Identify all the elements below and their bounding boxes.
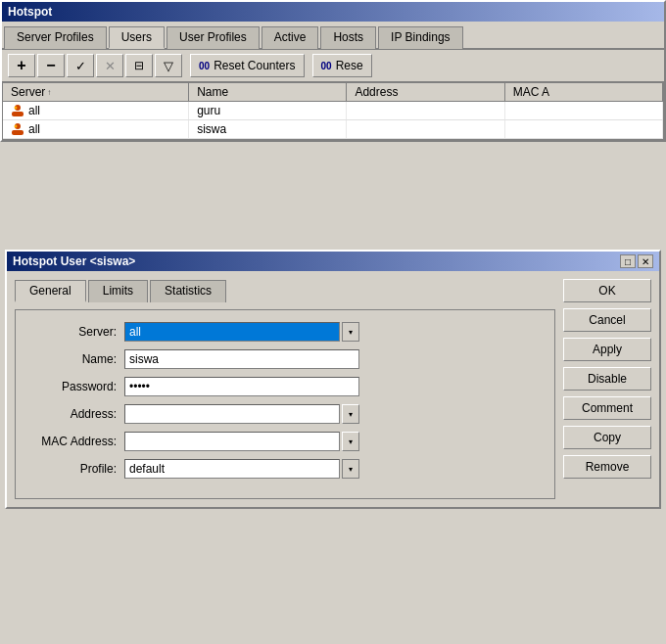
address-dropdown-icon: ▾ (349, 410, 353, 419)
mac-dropdown-icon: ▾ (349, 437, 353, 446)
dialog-tab-limits[interactable]: Limits (88, 280, 148, 302)
reset-counters-1-label: Reset Counters (214, 59, 295, 72)
col-server: Server ↑ (3, 83, 189, 101)
check-button[interactable]: ✓ (67, 54, 94, 77)
mac-address-row: MAC Address: ▾ (24, 432, 547, 451)
counter-icon-1: 00 (199, 61, 210, 71)
check-icon: ✓ (75, 59, 86, 73)
main-window: Hotspot Server Profiles Users User Profi… (0, 0, 666, 142)
svg-point-5 (15, 125, 18, 128)
dialog-tab-general[interactable]: General (15, 280, 86, 302)
reset-counters-2-button[interactable]: 00 Rese (312, 54, 372, 77)
add-icon: + (17, 57, 25, 74)
cell-address (347, 120, 504, 138)
cell-name: siswa (189, 120, 347, 138)
address-input[interactable] (124, 404, 340, 424)
reset-counters-2-label: Rese (336, 59, 363, 72)
dialog-close-button[interactable]: ✕ (638, 254, 653, 268)
tab-user-profiles[interactable]: User Profiles (166, 26, 260, 49)
profile-label: Profile: (24, 462, 117, 476)
filter-icon: ▽ (164, 59, 173, 73)
table-header: Server ↑ Name Address MAC A (3, 83, 663, 102)
copy-button[interactable]: Copy (563, 426, 651, 449)
password-label: Password: (24, 380, 117, 393)
address-label: Address: (24, 407, 117, 421)
cell-server: all (3, 102, 189, 119)
sort-arrow: ↑ (47, 88, 51, 97)
col-name: Name (189, 83, 347, 101)
tab-server-profiles[interactable]: Server Profiles (4, 26, 107, 49)
col-mac: MAC A (505, 83, 663, 101)
dialog-content: General Limits Statistics Server: ▾ (7, 271, 659, 507)
server-dropdown-button[interactable]: ▾ (342, 322, 359, 342)
users-table: Server ↑ Name Address MAC A all guru (2, 82, 664, 140)
cell-name: guru (189, 102, 347, 119)
apply-button[interactable]: Apply (563, 338, 651, 361)
cell-server: all (3, 120, 189, 138)
counter-icon-2: 00 (321, 61, 332, 71)
cell-address (347, 102, 504, 119)
name-input[interactable] (124, 349, 359, 369)
close-icon: ✕ (642, 256, 649, 267)
dialog-title-buttons: □ ✕ (620, 254, 653, 268)
name-row: Name: (24, 349, 547, 369)
server-input[interactable] (124, 322, 340, 342)
password-row: Password: (24, 377, 547, 396)
server-label: Server: (24, 325, 117, 339)
svg-point-2 (15, 107, 18, 110)
main-title: Hotspot (8, 5, 52, 19)
comment-button[interactable]: Comment (563, 396, 651, 420)
dialog-form-area: General Limits Statistics Server: ▾ (15, 279, 555, 499)
server-row: Server: ▾ (24, 322, 547, 342)
user-icon (11, 104, 24, 117)
address-row: Address: ▾ (24, 404, 547, 424)
dialog-maximize-button[interactable]: □ (620, 254, 636, 268)
table-row[interactable]: all guru (3, 102, 663, 120)
add-button[interactable]: + (8, 54, 35, 77)
edit-button[interactable]: ⊟ (125, 54, 153, 77)
minus-icon: − (46, 57, 55, 74)
dialog-title-bar: Hotspot User <siswa> □ ✕ (7, 252, 659, 271)
dropdown-arrow-icon: ▾ (349, 328, 353, 337)
maximize-icon: □ (625, 256, 631, 267)
toolbar: + − ✓ ✕ ⊟ ▽ 00 Reset Counters 00 Rese (2, 50, 664, 82)
tab-hosts[interactable]: Hosts (320, 26, 376, 49)
dialog-general-panel: Server: ▾ Name: Password: (15, 309, 555, 499)
password-input[interactable] (124, 377, 359, 396)
dialog-action-buttons: OK Cancel Apply Disable Comment Copy Rem… (563, 279, 651, 499)
disable-button[interactable]: Disable (563, 367, 651, 391)
reset-counters-1-button[interactable]: 00 Reset Counters (190, 54, 305, 77)
hotspot-user-dialog: Hotspot User <siswa> □ ✕ General Limits (5, 250, 661, 509)
main-title-bar: Hotspot (2, 2, 664, 22)
tab-ip-bindings[interactable]: IP Bindings (378, 26, 463, 49)
dialog-title-text: Hotspot User <siswa> (13, 254, 135, 268)
ok-button[interactable]: OK (563, 279, 651, 302)
filter-button[interactable]: ▽ (155, 54, 182, 77)
remove-button[interactable]: Remove (563, 455, 651, 479)
mac-address-label: MAC Address: (24, 435, 117, 448)
cross-icon: ✕ (105, 59, 116, 73)
remove-button[interactable]: − (37, 54, 65, 77)
tab-active[interactable]: Active (262, 26, 319, 49)
table-row[interactable]: all siswa (3, 120, 663, 139)
col-address: Address (347, 83, 504, 101)
profile-dropdown-icon: ▾ (349, 465, 353, 474)
user-icon (11, 122, 24, 136)
cell-mac (505, 120, 663, 138)
dialog-tab-statistics[interactable]: Statistics (150, 280, 226, 302)
edit-icon: ⊟ (134, 59, 144, 72)
svg-rect-1 (12, 112, 24, 116)
cell-mac (505, 102, 663, 119)
mac-address-input[interactable] (124, 432, 340, 451)
profile-row: Profile: ▾ (24, 459, 547, 479)
cancel-button[interactable]: Cancel (563, 308, 651, 332)
name-label: Name: (24, 352, 117, 366)
svg-rect-4 (12, 130, 24, 135)
mac-address-dropdown-button[interactable]: ▾ (342, 432, 359, 451)
tab-users[interactable]: Users (109, 26, 165, 49)
cross-button[interactable]: ✕ (96, 54, 123, 77)
profile-input[interactable] (124, 459, 340, 479)
address-dropdown-button[interactable]: ▾ (342, 404, 359, 424)
profile-dropdown-button[interactable]: ▾ (342, 459, 359, 479)
main-tabs-bar: Server Profiles Users User Profiles Acti… (2, 22, 664, 50)
